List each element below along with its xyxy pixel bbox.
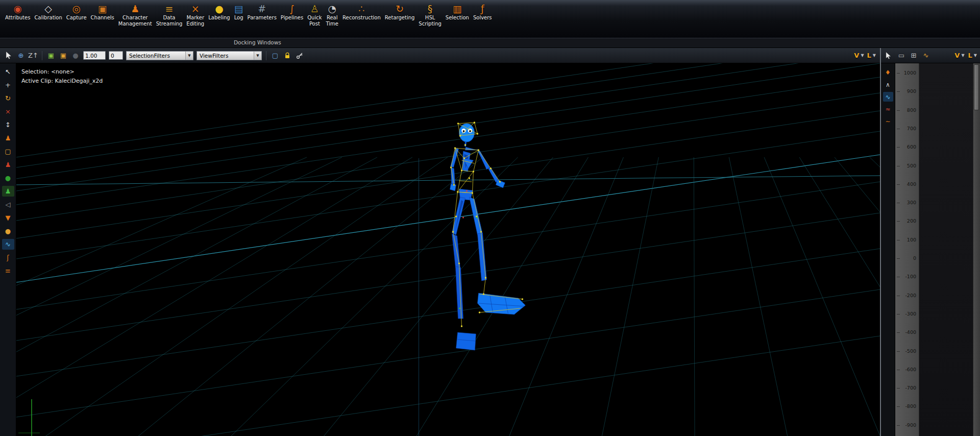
ribbon-tab[interactable]: ▥ Selection xyxy=(444,2,471,21)
curve-tool[interactable]: ∿ xyxy=(2,239,14,250)
cube-tool[interactable]: ▢ xyxy=(2,146,14,157)
real-time-icon: ◔ xyxy=(328,2,336,15)
ribbon-tab[interactable]: ♙ Quick Post xyxy=(305,2,324,28)
chevron-down-icon: ▼ xyxy=(254,52,261,60)
actor-tool[interactable]: ♟ xyxy=(2,159,14,170)
duplicate-special-icon[interactable]: ▣ xyxy=(59,51,68,60)
ribbon-group-strip: Docking Windows xyxy=(0,38,980,48)
graph-side-tools: ♦ ∧ ∿ ≈ xyxy=(881,63,895,436)
pane-icon[interactable]: ▭ xyxy=(897,51,906,60)
duplicate-icon[interactable]: ▣ xyxy=(46,51,56,60)
graph-canvas[interactable] xyxy=(919,63,973,436)
selection-icon: ▥ xyxy=(453,2,462,15)
ribbon-tab-label: Quick Post xyxy=(307,15,322,27)
ribbon-tab[interactable]: # Parameters xyxy=(246,2,279,21)
graph-layout-menu-button[interactable]: L ▼ xyxy=(968,52,977,59)
scrollbar-thumb[interactable] xyxy=(974,64,979,110)
ruler-tick: 300 xyxy=(895,200,919,206)
skeleton-tool[interactable]: ♟ xyxy=(2,186,14,197)
key-icon[interactable] xyxy=(295,51,304,60)
ribbon-tab[interactable]: ● Labeling xyxy=(206,2,232,21)
ruler-tick: 100 xyxy=(895,237,919,243)
ribbon-tab[interactable]: × Marker Editing xyxy=(184,2,206,28)
character-figure[interactable] xyxy=(16,63,880,436)
ribbon-tab[interactable]: § HSL Scripting xyxy=(416,2,443,28)
ribbon-tab-label: Marker Editing xyxy=(186,15,204,27)
ribbon-tab[interactable]: ƒ Solvers xyxy=(471,2,494,21)
workspace: ⊕Z↑ ▣▣● SelectionFilters ▼ ViewFilters ▼ xyxy=(0,48,980,436)
pipelines-icon: ∫ xyxy=(289,2,295,15)
ribbon-tab[interactable]: ∴ Reconstruction xyxy=(340,2,383,21)
scale-tool[interactable]: × xyxy=(2,106,14,117)
ribbon-tab-label: Calibration xyxy=(34,15,62,21)
ribbon-tab[interactable]: ◔ Real Time xyxy=(324,2,340,28)
viewport-pane: ⊕Z↑ ▣▣● SelectionFilters ▼ ViewFilters ▼ xyxy=(0,48,881,436)
selection-filters-value: SelectionFilters xyxy=(129,53,170,59)
ribbon-tab-label: Character Management xyxy=(118,15,152,27)
ruler-tick: -800 xyxy=(895,403,919,409)
view-filters-value: ViewFilters xyxy=(200,53,228,59)
marker-tool[interactable]: ● xyxy=(2,226,14,236)
ribbon-tab[interactable]: ▤ Log xyxy=(232,2,246,21)
flame-icon[interactable]: ♦ xyxy=(883,67,893,77)
ribbon-tab[interactable]: ◎ Capture xyxy=(64,2,89,21)
ribbon-tab-label: Labeling xyxy=(208,15,230,21)
frame-input[interactable] xyxy=(109,51,123,60)
ribbon-tab-label: Solvers xyxy=(473,15,492,21)
ruler-tick: -700 xyxy=(895,385,919,391)
chevron-down-icon: ▼ xyxy=(873,53,876,58)
rotate-tool[interactable]: ↻ xyxy=(2,93,14,104)
wave-icon[interactable]: ∼ xyxy=(883,116,893,126)
axis-icon[interactable]: ⊕ xyxy=(16,51,26,60)
view-filters-dropdown[interactable]: ViewFilters ▼ xyxy=(197,51,262,60)
value-ruler[interactable]: 1000 900 800 xyxy=(895,63,919,436)
selection-filters-dropdown[interactable]: SelectionFilters ▼ xyxy=(126,51,193,60)
solvers-icon: ƒ xyxy=(481,2,484,15)
ribbon-tab[interactable]: ↻ Retargeting xyxy=(383,2,417,21)
ribbon-tab-label: Pipelines xyxy=(281,15,303,21)
fit-view-icon[interactable]: ⊞ xyxy=(909,51,918,60)
layout-menu-button[interactable]: L ▼ xyxy=(867,52,876,59)
scale-input[interactable] xyxy=(83,51,106,60)
sphere-tool[interactable]: ● xyxy=(2,173,14,183)
bone-tool[interactable]: ▼ xyxy=(2,212,14,223)
ruler-tick: 500 xyxy=(895,163,919,169)
sort-z-icon[interactable]: Z↑ xyxy=(29,51,38,60)
curve-mode-icon[interactable]: ∿ xyxy=(921,51,930,60)
peak-icon[interactable]: ∧ xyxy=(883,80,893,89)
3d-viewport[interactable]: Selection: <none> Active Clip: KaleciDeg… xyxy=(16,63,880,436)
ribbon-tab[interactable]: ◇ Calibration xyxy=(32,2,64,21)
graph-scrollbar[interactable] xyxy=(973,63,980,436)
character-tool[interactable]: ♟ xyxy=(2,133,14,143)
docking-windows-label: Docking Windows xyxy=(234,39,281,45)
ruler-tick: -900 xyxy=(895,422,919,428)
graph-view-menu-button[interactable]: V ▼ xyxy=(954,52,964,59)
cone-tool[interactable]: ◁ xyxy=(2,199,14,210)
ribbon-tab[interactable]: ♟ Character Management xyxy=(116,2,154,28)
pointer-icon[interactable] xyxy=(884,51,893,60)
ruler-tick: 800 xyxy=(895,107,919,113)
ruler-tick: -300 xyxy=(895,311,919,317)
ribbon-tab[interactable]: ∫ Pipelines xyxy=(279,2,305,21)
list-tool[interactable]: ≡ xyxy=(2,265,14,276)
pointer-icon[interactable] xyxy=(4,51,13,60)
view-menu-button[interactable]: V ▼ xyxy=(854,52,864,59)
ribbon-tab-label: Data Streaming xyxy=(156,15,183,27)
hook-tool[interactable]: ʃ xyxy=(2,252,14,263)
marquee-icon[interactable]: ▢ xyxy=(271,51,280,60)
ribbon-tab[interactable]: ◉ Attributes xyxy=(3,2,32,21)
ruler-tick: -600 xyxy=(895,367,919,373)
ribbon-tab[interactable]: ≡ Data Streaming xyxy=(154,2,185,28)
pivot-tool[interactable]: ↕ xyxy=(2,119,14,130)
ruler-tick: -400 xyxy=(895,329,919,335)
graph-panel-toolbar: ▭⊞∿ V ▼ L ▼ xyxy=(881,48,980,63)
translate-tool[interactable]: + xyxy=(2,80,14,90)
curves-icon[interactable]: ≈ xyxy=(883,104,893,114)
lock-icon[interactable] xyxy=(283,51,292,60)
select-arrow-tool[interactable]: ↖ xyxy=(2,66,14,77)
curve-icon[interactable]: ∿ xyxy=(883,92,893,102)
sphere-icon[interactable]: ● xyxy=(71,51,80,60)
ribbon-tab[interactable]: ▣ Channels xyxy=(89,2,116,21)
ruler-tick: 700 xyxy=(895,126,919,132)
ruler-tick: -100 xyxy=(895,274,919,280)
